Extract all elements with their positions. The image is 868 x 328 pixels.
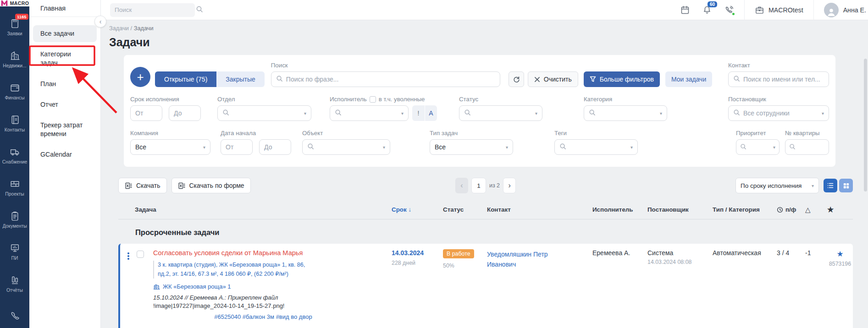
task-type-filter-label: Тип задач	[430, 130, 513, 137]
department-select[interactable]: ▾	[217, 105, 311, 121]
global-search[interactable]	[110, 3, 195, 17]
my-tasks-label: Мои задачи	[671, 76, 706, 83]
due-to-input[interactable]	[174, 109, 196, 117]
task-contact-link[interactable]: Уведомляшкин Петр Иванович	[487, 249, 592, 270]
phrase-search-field[interactable]	[271, 71, 500, 87]
grid-view-button[interactable]	[839, 179, 853, 192]
start-from-input[interactable]	[226, 143, 248, 151]
phone-call-icon[interactable]	[724, 5, 734, 15]
page-prev-button[interactable]: ‹	[455, 178, 468, 193]
task-creator: Система	[647, 249, 713, 257]
task-planfact-value: 3 / 4	[777, 249, 805, 257]
tab-closed-tasks[interactable]: Закрытые	[216, 71, 264, 87]
list-view-button[interactable]	[824, 179, 837, 192]
due-from-input[interactable]	[135, 109, 157, 117]
download-label: Скачать	[136, 182, 160, 189]
sidebar-item-pi[interactable]: ПИ	[0, 235, 29, 268]
company-switcher[interactable]: MACROtest	[755, 5, 803, 15]
user-menu[interactable]: Анна Е.	[824, 3, 866, 17]
clear-filters-button[interactable]: Очистить	[528, 71, 578, 87]
object-select[interactable]: ▾	[302, 139, 390, 155]
priority-select[interactable]: ▾	[736, 139, 780, 155]
sidebar-item-reports[interactable]: Отчёты	[0, 268, 29, 300]
contact-filter-input[interactable]	[743, 76, 824, 83]
page-title: Задачи	[109, 36, 868, 49]
notifications-bell-icon[interactable]: 60	[702, 5, 712, 15]
sidebar-item-contacts[interactable]: Контакты	[0, 107, 29, 139]
sidebar-item-projects[interactable]: Проекты	[0, 171, 29, 203]
submenu-item-all-tasks[interactable]: Все задачи	[33, 25, 97, 42]
apartment-field[interactable]	[785, 139, 829, 155]
submenu-item-report[interactable]: Отчет	[33, 96, 97, 113]
assignee-select[interactable]: ▾	[330, 105, 409, 121]
search-icon	[276, 75, 283, 83]
table-header: Задача Срок ↓ Статус Контакт Исполнитель…	[118, 205, 853, 219]
start-to-field[interactable]	[259, 139, 291, 155]
phrase-search-input[interactable]	[286, 76, 495, 83]
start-from-field[interactable]	[221, 139, 253, 155]
download-button[interactable]: Скачать	[118, 178, 167, 193]
task-type-select[interactable]: Все ▾	[430, 139, 513, 155]
page-number[interactable]: 1	[471, 178, 486, 193]
sidebar-item-supply[interactable]: Снабжение	[0, 139, 29, 171]
submenu-item-time-tracker[interactable]: Трекер затрат времени	[33, 117, 97, 142]
task-object-link[interactable]: ЖК «Березовая роща» 1	[153, 283, 392, 290]
submenu-item-plan[interactable]: План	[33, 76, 97, 93]
column-due-sort[interactable]: Срок ↓	[392, 206, 443, 213]
tab-open-tasks[interactable]: Открытые (75)	[155, 71, 216, 87]
task-progress: 50%	[443, 262, 487, 269]
task-title-link[interactable]: Согласовать условия сделки от Марьина Ма…	[153, 249, 392, 257]
filters-row-1: + Открытые (75) Закрытые Поиск	[127, 62, 829, 87]
task-priority-value: -1	[805, 249, 827, 257]
exclude-toggle[interactable]: !	[412, 105, 425, 121]
row-checkbox[interactable]	[137, 251, 144, 258]
status-badge[interactable]: В работе	[443, 249, 474, 258]
more-filters-button[interactable]: Больше фильтров	[584, 71, 660, 87]
tags-select[interactable]: ▾	[554, 139, 638, 155]
close-icon	[534, 77, 540, 82]
task-tags[interactable]: #6525040 #балкон 3м #вид во двор	[153, 313, 373, 320]
due-from-field[interactable]	[130, 105, 162, 121]
chevron-down-icon: ▾	[535, 111, 537, 116]
task-row[interactable]: Согласовать условия сделки от Марьина Ма…	[118, 244, 853, 328]
creator-select[interactable]: Все сотрудники ▾	[728, 105, 829, 121]
column-task: Задача	[135, 206, 392, 213]
chevron-down-icon: ▾	[383, 145, 385, 150]
collapse-sidebar-button[interactable]: ‹	[94, 16, 106, 27]
page-next-button[interactable]: ›	[503, 178, 516, 193]
due-to-field[interactable]	[169, 105, 201, 121]
start-to-input[interactable]	[264, 143, 286, 151]
favorite-star-icon[interactable]: ★	[827, 249, 853, 259]
refresh-button[interactable]	[509, 71, 524, 87]
include-fired-checkbox[interactable]	[370, 96, 376, 103]
due-cell: 14.03.2024 228 дней	[392, 249, 443, 266]
user-name: Анна Е.	[843, 6, 866, 14]
contact-filter-field[interactable]	[728, 71, 829, 87]
page-scrollbar[interactable]	[864, 59, 867, 191]
sidebar-item-finance[interactable]: Финансы	[0, 75, 29, 107]
category-select[interactable]: ▾	[584, 105, 667, 121]
task-due-date[interactable]: 14.03.2024	[392, 249, 443, 257]
global-search-input[interactable]	[115, 6, 196, 13]
calendar-icon[interactable]	[680, 5, 690, 15]
sidebar-item-requests[interactable]: 1165 Заявки	[0, 11, 29, 43]
submenu-item-task-categories[interactable]: Категории задач	[33, 46, 97, 71]
sidebar-item-documents[interactable]: Документы	[0, 203, 29, 235]
phrase-search-label: Поиск	[271, 62, 500, 69]
apartment-input[interactable]	[799, 143, 825, 151]
chevron-left-icon: ‹	[460, 181, 463, 190]
row-menu-icon[interactable]	[120, 249, 137, 260]
status-select[interactable]: ▾	[459, 105, 542, 121]
sidebar-item-calls[interactable]	[0, 300, 29, 328]
company-select[interactable]: Все ▾	[130, 139, 210, 155]
add-task-button[interactable]: +	[130, 67, 150, 87]
letter-a-toggle[interactable]: А	[425, 105, 437, 121]
submenu-item-gcalendar[interactable]: GCalendar	[33, 146, 97, 163]
sidebar-item-realty[interactable]: Недвижи...	[0, 43, 29, 75]
sort-select[interactable]: По сроку исполнения ▾	[735, 178, 819, 193]
row-checkbox-cell	[137, 249, 153, 260]
my-tasks-button[interactable]: Мои задачи	[665, 71, 712, 87]
breadcrumb-root[interactable]: Задачи	[109, 25, 129, 32]
download-by-form-button[interactable]: Скачать по форме	[171, 178, 251, 193]
macro-logo[interactable]: MACRO	[0, 0, 29, 6]
